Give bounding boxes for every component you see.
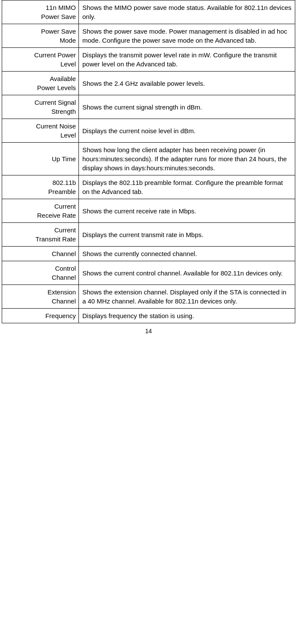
row-label: AvailablePower Levels xyxy=(2,72,79,95)
page-wrapper: 11n MIMOPower SaveShows the MIMO power s… xyxy=(0,0,297,343)
row-description: Displays the 802.11b preamble format. Co… xyxy=(79,175,295,199)
table-row: Up TimeShows how long the client adapter… xyxy=(2,143,295,175)
table-row: 802.11bPreambleDisplays the 802.11b prea… xyxy=(2,175,295,199)
table-row: ExtensionChannelShows the extension chan… xyxy=(2,285,295,309)
row-description: Shows the current signal strength in dBm… xyxy=(79,95,295,119)
row-description: Shows the MIMO power save mode status. A… xyxy=(79,0,295,24)
row-label: CurrentReceive Rate xyxy=(2,199,79,223)
table-row: Current PowerLevelDisplays the transmit … xyxy=(2,48,295,72)
row-description: Shows the current control channel. Avail… xyxy=(79,261,295,285)
table-row: AvailablePower LevelsShows the 2.4 GHz a… xyxy=(2,72,295,95)
row-description: Shows the extension channel. Displayed o… xyxy=(79,285,295,309)
row-label: Current NoiseLevel xyxy=(2,119,79,143)
main-table: 11n MIMOPower SaveShows the MIMO power s… xyxy=(2,0,295,323)
row-description: Shows the 2.4 GHz available power levels… xyxy=(79,72,295,95)
row-description: Displays the transmit power level rate i… xyxy=(79,48,295,72)
row-label: Current PowerLevel xyxy=(2,48,79,72)
table-row: Current NoiseLevelDisplays the current n… xyxy=(2,119,295,143)
row-description: Shows how long the client adapter has be… xyxy=(79,143,295,175)
row-description: Displays the current transmit rate in Mb… xyxy=(79,223,295,247)
page-number: 14 xyxy=(2,328,295,335)
table-row: Current SignalStrengthShows the current … xyxy=(2,95,295,119)
table-row: 11n MIMOPower SaveShows the MIMO power s… xyxy=(2,0,295,24)
row-label: Current SignalStrength xyxy=(2,95,79,119)
row-label: 11n MIMOPower Save xyxy=(2,0,79,24)
row-label: Up Time xyxy=(2,143,79,175)
row-description: Displays frequency the station is using. xyxy=(79,309,295,323)
row-description: Shows the current receive rate in Mbps. xyxy=(79,199,295,223)
row-label: Frequency xyxy=(2,309,79,323)
table-row: ControlChannelShows the current control … xyxy=(2,261,295,285)
row-label: ControlChannel xyxy=(2,261,79,285)
table-row: FrequencyDisplays frequency the station … xyxy=(2,309,295,323)
table-row: CurrentTransmit RateDisplays the current… xyxy=(2,223,295,247)
table-row: CurrentReceive RateShows the current rec… xyxy=(2,199,295,223)
row-description: Displays the current noise level in dBm. xyxy=(79,119,295,143)
table-row: ChannelShows the currently connected cha… xyxy=(2,247,295,261)
table-row: Power SaveModeShows the power save mode.… xyxy=(2,24,295,48)
row-description: Shows the currently connected channel. xyxy=(79,247,295,261)
row-description: Shows the power save mode. Power managem… xyxy=(79,24,295,48)
row-label: Power SaveMode xyxy=(2,24,79,48)
row-label: ExtensionChannel xyxy=(2,285,79,309)
row-label: CurrentTransmit Rate xyxy=(2,223,79,247)
row-label: 802.11bPreamble xyxy=(2,175,79,199)
row-label: Channel xyxy=(2,247,79,261)
